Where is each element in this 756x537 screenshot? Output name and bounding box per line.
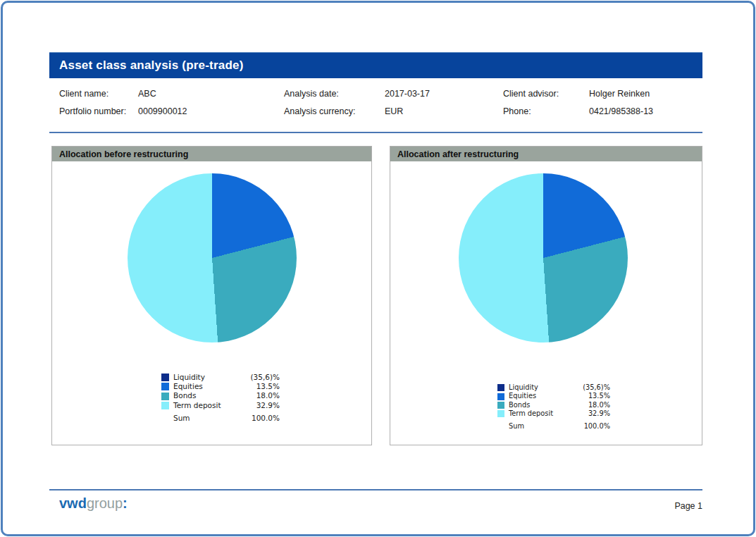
legend-row: Term deposit 32.9% [497, 409, 610, 418]
legend-swatch-bonds [161, 393, 169, 400]
legend-label: Liquidity [173, 373, 239, 382]
logo-vwd: vwd [59, 495, 87, 511]
analysis-currency-label: Analysis currency: [284, 106, 385, 116]
legend-row: Equities 13.5% [497, 392, 610, 400]
legend-value: 18.0% [571, 401, 610, 409]
report-title-bar: Asset class analysis (pre-trade) [49, 52, 702, 78]
legend-value: (35,6)% [571, 383, 610, 392]
phone-value: 0421/985388-13 [589, 106, 698, 116]
panel-title-before-text: Allocation before restructuring [59, 149, 188, 159]
legend-row: Liquidity (35,6)% [161, 373, 280, 382]
analysis-currency-value: EUR [385, 106, 503, 116]
legend-before: Liquidity (35,6)% Equities 13.5% Bonds 1… [161, 373, 280, 423]
page-title: Asset class analysis (pre-trade) [59, 58, 244, 73]
legend-value: 13.5% [571, 392, 610, 400]
analysis-date-value: 2017-03-17 [385, 89, 503, 99]
legend-value: 32.9% [239, 401, 280, 410]
legend-swatch-equities [161, 383, 169, 390]
client-advisor-label: Client advisor: [503, 89, 589, 99]
legend-swatch-liquidity [161, 374, 169, 381]
legend-sum-row: Sum 100.0% [161, 414, 280, 423]
legend-after: Liquidity (35,6)% Equities 13.5% Bonds 1… [497, 383, 610, 431]
legend-swatch-liquidity [497, 384, 504, 391]
panel-title-after: Allocation after restructuring [390, 147, 702, 161]
logo-colon: : [123, 495, 128, 511]
legend-value: 18.0% [239, 391, 280, 400]
legend-value: (35,6)% [239, 373, 280, 382]
legend-sum-value: 100.0% [239, 414, 280, 423]
legend-swatch-term-deposit [161, 402, 169, 409]
portfolio-number-value: 0009900012 [138, 106, 284, 116]
top-divider [49, 132, 702, 133]
panel-title-after-text: Allocation after restructuring [397, 149, 519, 159]
legend-row: Equities 13.5% [161, 382, 280, 391]
client-name-value: ABC [138, 89, 284, 99]
portfolio-number-label: Portfolio number: [59, 106, 138, 116]
legend-row: Bonds 18.0% [161, 391, 280, 400]
client-meta-grid: Client name: ABC Analysis date: 2017-03-… [59, 85, 698, 120]
logo-group: group [87, 495, 123, 511]
page-number: Page 1 [674, 501, 702, 511]
legend-swatch-term-deposit [497, 410, 504, 417]
legend-label: Liquidity [509, 383, 571, 392]
legend-sum-label: Sum [173, 414, 239, 423]
analysis-date-label: Analysis date: [284, 89, 385, 99]
legend-swatch-bonds [497, 402, 504, 409]
panel-allocation-after: Allocation after restructuring Liquidity… [390, 146, 702, 445]
pie-chart-before [128, 173, 297, 342]
footer-divider [49, 489, 702, 490]
phone-label: Phone: [503, 106, 589, 116]
legend-label: Term deposit [173, 401, 239, 410]
legend-label: Equities [509, 392, 571, 400]
legend-value: 32.9% [571, 409, 610, 418]
legend-label: Term deposit [509, 409, 571, 418]
client-name-label: Client name: [59, 89, 138, 99]
vwd-group-logo: vwdgroup: [59, 495, 128, 512]
panel-title-before: Allocation before restructuring [52, 147, 371, 161]
legend-swatch-equities [497, 393, 504, 400]
legend-label: Bonds [509, 401, 571, 409]
panel-allocation-before: Allocation before restructuring Liquidit… [51, 146, 372, 445]
legend-sum-row: Sum 100.0% [497, 422, 610, 431]
legend-sum-label: Sum [509, 422, 571, 431]
legend-label: Bonds [173, 391, 239, 400]
legend-row: Bonds 18.0% [497, 401, 610, 409]
pie-chart-after [459, 173, 628, 342]
legend-label: Equities [173, 382, 239, 391]
legend-value: 13.5% [239, 382, 280, 391]
legend-row: Term deposit 32.9% [161, 401, 280, 410]
legend-sum-value: 100.0% [571, 422, 610, 431]
legend-row: Liquidity (35,6)% [497, 383, 610, 392]
client-advisor-value: Holger Reinken [589, 89, 698, 99]
